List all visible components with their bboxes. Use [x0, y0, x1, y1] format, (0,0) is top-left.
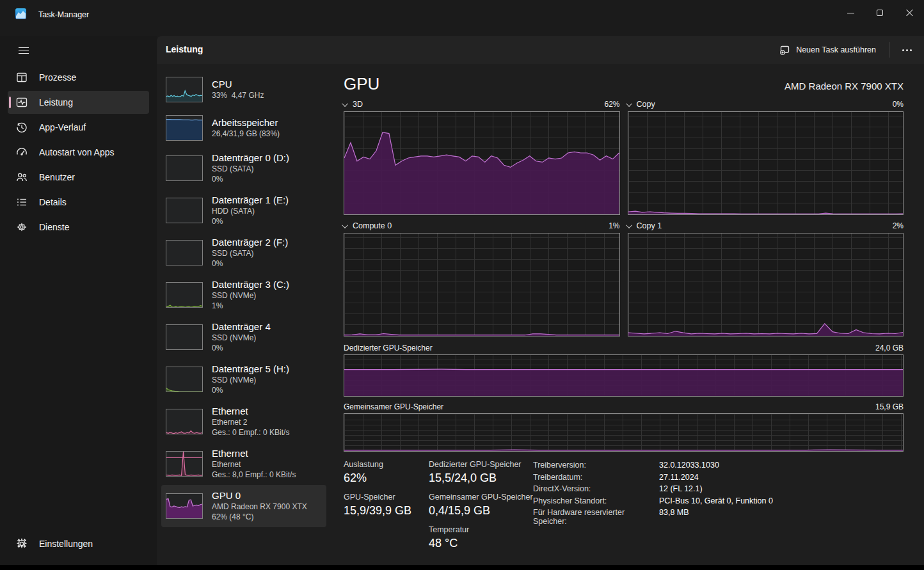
sidebar-item-label: Autostart von Apps — [39, 147, 115, 157]
sidebar-item-label: Einstellungen — [39, 539, 93, 549]
sidebar-item-leistung[interactable]: Leistung — [8, 91, 149, 114]
run-new-task-button[interactable]: Neuen Task ausführen — [772, 40, 882, 59]
disk3-mini-chart — [166, 282, 203, 308]
app-history-icon — [15, 121, 28, 134]
perf-item-disk5[interactable]: Datenträger 5 (H:)SSD (NVMe)0% — [161, 358, 326, 400]
sidebar-item-label: App-Verlauf — [39, 122, 86, 132]
sidebar-item-benutzer[interactable]: Benutzer — [8, 166, 149, 189]
sidebar-item-app-verlauf[interactable]: App-Verlauf — [8, 116, 149, 139]
chart-value-copy1: 2% — [893, 221, 904, 230]
perf-item-ethernet1[interactable]: EthernetEthernet 2Ges.: 0 Empf.: 0 KBit/… — [161, 400, 326, 443]
temperature-value: 48 °C — [429, 535, 533, 551]
minimize-icon — [847, 13, 854, 13]
main-panel: Leistung Neuen Task ausführen CPU33% 4,4… — [157, 36, 924, 565]
gpu-stats: Auslastung62% GPU-Speicher15,9/39,9 GB D… — [344, 459, 904, 557]
cpu-mini-chart — [166, 77, 203, 102]
shared-memory-value: 0,4/15,9 GB — [429, 502, 533, 519]
hw-reserved-memory: 83,8 MB — [659, 508, 904, 526]
new-task-icon — [779, 44, 790, 56]
dedicated-memory-header: Dedizierter GPU-Speicher 24,0 GB — [344, 342, 904, 354]
chart-copy1 — [628, 233, 904, 336]
gpu-memory-value: 15,9/39,9 GB — [344, 502, 429, 519]
gpu0-mini-chart — [166, 493, 203, 519]
ethernet1-mini-chart — [166, 409, 203, 434]
panel-header: Leistung Neuen Task ausführen — [157, 36, 924, 64]
driver-date: 27.11.2024 — [659, 473, 904, 482]
hamburger-icon — [19, 47, 29, 54]
close-button[interactable] — [895, 0, 924, 26]
sidebar-item-einstellungen[interactable]: Einstellungen — [8, 532, 149, 555]
panel-body: CPU33% 4,47 GHz Arbeitsspeicher26,4/31,9… — [157, 64, 924, 565]
titlebar: Task-Manager — [0, 0, 924, 36]
sidebar-item-label: Dienste — [39, 222, 69, 232]
physical-location: PCI-Bus 10, Gerät 0, Funktion 0 — [659, 496, 904, 505]
details-icon — [15, 196, 28, 209]
window-bottom-edge — [0, 565, 924, 570]
utilization-value: 62% — [344, 470, 429, 486]
disk0-mini-chart — [166, 155, 203, 181]
close-icon — [905, 9, 913, 17]
disk5-mini-chart — [166, 367, 203, 392]
perf-item-ethernet2[interactable]: EthernetEthernetGes.: 8,0 Empf.: 0 KBit/… — [161, 443, 326, 485]
window-title: Task-Manager — [38, 10, 89, 19]
sidebar-item-prozesse[interactable]: Prozesse — [8, 66, 149, 89]
sidebar-item-label: Prozesse — [39, 72, 76, 83]
chart-compute0 — [344, 233, 620, 336]
maximize-button[interactable] — [865, 0, 895, 26]
perf-item-disk4[interactable]: Datenträger 4SSD (NVMe)0% — [161, 316, 326, 358]
chevron-down-icon[interactable] — [626, 100, 632, 107]
sidebar-item-autostart[interactable]: Autostart von Apps — [8, 141, 149, 164]
task-manager-app-icon — [15, 8, 26, 19]
gpu-driver-details: Treiberversion:32.0.12033.1030 Treiberda… — [533, 459, 904, 557]
chart-dedicated-memory — [344, 354, 904, 397]
chevron-down-icon[interactable] — [342, 100, 348, 107]
services-icon — [15, 221, 28, 234]
header-separator — [889, 42, 889, 58]
menu-toggle-button[interactable] — [11, 40, 36, 61]
performance-icon — [15, 96, 28, 109]
chart-3d — [344, 111, 620, 215]
page-title: Leistung — [166, 44, 203, 54]
ethernet2-mini-chart — [166, 451, 203, 477]
users-icon — [15, 171, 28, 184]
dedicated-memory-value: 15,5/24,0 GB — [429, 470, 533, 486]
gpu-device-name: AMD Radeon RX 7900 XTX — [785, 81, 904, 93]
perf-item-disk0[interactable]: Datenträger 0 (D:)SSD (SATA)0% — [161, 147, 326, 189]
shared-memory-header: Gemeinsamer GPU-Speicher 15,9 GB — [344, 400, 904, 413]
directx-version: 12 (FL 12.1) — [659, 484, 904, 493]
chart-header-copy1[interactable]: Copy 1 2% — [628, 219, 904, 233]
sidebar-item-details[interactable]: Details — [8, 191, 149, 214]
perf-item-memory[interactable]: Arbeitsspeicher26,4/31,9 GB (83%) — [161, 109, 326, 147]
sidebar-item-dienste[interactable]: Dienste — [8, 216, 149, 239]
chart-shared-memory — [344, 413, 904, 452]
dedicated-memory-scale: 24,0 GB — [875, 344, 904, 352]
disk2-mini-chart — [166, 240, 203, 265]
sidebar-item-label: Benutzer — [39, 172, 75, 182]
sidebar-item-label: Details — [39, 197, 67, 207]
perf-item-gpu0[interactable]: GPU 0AMD Radeon RX 7900 XTX62% (48 °C) — [161, 485, 326, 527]
more-options-button[interactable] — [896, 41, 918, 59]
gear-icon — [15, 537, 28, 550]
sidebar: Prozesse Leistung App-Verlauf Autostar — [0, 36, 157, 565]
memory-mini-chart — [166, 115, 203, 141]
gpu-detail-pane: GPU AMD Radeon RX 7900 XTX 3D 62% Copy 0… — [344, 64, 904, 565]
chart-header-compute0[interactable]: Compute 0 1% — [344, 219, 620, 233]
chart-copy — [628, 111, 904, 215]
chart-header-copy[interactable]: Copy 0% — [628, 97, 904, 111]
selected-accent-bar — [9, 97, 11, 108]
shared-memory-scale: 15,9 GB — [875, 402, 904, 411]
perf-item-cpu[interactable]: CPU33% 4,47 GHz — [161, 70, 326, 109]
chevron-down-icon[interactable] — [626, 222, 632, 228]
minimize-button[interactable] — [836, 0, 865, 26]
task-manager-window: Task-Manager Prozesse Leistung — [0, 0, 924, 570]
driver-version: 32.0.12033.1030 — [659, 461, 904, 470]
perf-item-disk3[interactable]: Datenträger 3 (C:)SSD (NVMe)1% — [161, 274, 326, 316]
chart-value-compute0: 1% — [609, 221, 619, 230]
perf-item-disk1[interactable]: Datenträger 1 (E:)HDD (SATA)0% — [161, 189, 326, 232]
performance-list: CPU33% 4,47 GHz Arbeitsspeicher26,4/31,9… — [161, 70, 326, 527]
gpu-section-title: GPU — [344, 74, 379, 93]
chevron-down-icon[interactable] — [342, 222, 348, 228]
processes-icon — [15, 71, 28, 84]
perf-item-disk2[interactable]: Datenträger 2 (F:)SSD (SATA)0% — [161, 232, 326, 274]
chart-header-3d[interactable]: 3D 62% — [344, 97, 620, 111]
